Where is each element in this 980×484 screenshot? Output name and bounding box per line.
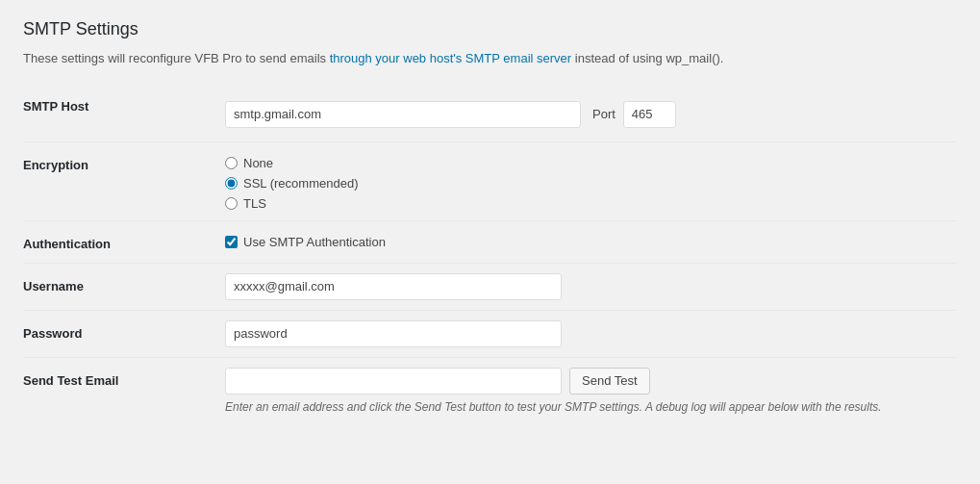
- username-label: Username: [23, 263, 215, 310]
- encryption-tls-option[interactable]: TLS: [225, 196, 947, 211]
- description-link[interactable]: through your web host's SMTP email serve…: [330, 51, 572, 65]
- username-input[interactable]: [225, 273, 562, 300]
- smtp-host-input[interactable]: [225, 101, 581, 128]
- encryption-tls-label: TLS: [243, 196, 266, 211]
- send-test-note: Enter an email address and click the Sen…: [225, 400, 947, 414]
- smtp-host-label: SMTP Host: [23, 88, 215, 142]
- encryption-none-label: None: [243, 156, 273, 170]
- password-row: Password: [23, 310, 957, 357]
- encryption-none-option[interactable]: None: [225, 156, 947, 170]
- encryption-none-radio[interactable]: [225, 157, 238, 169]
- encryption-ssl-radio[interactable]: [225, 177, 238, 190]
- username-row: Username: [23, 263, 957, 310]
- authentication-checkbox-option[interactable]: Use SMTP Authentication: [225, 231, 947, 249]
- send-test-input[interactable]: [225, 368, 562, 395]
- host-port-container: Port: [225, 101, 947, 128]
- encryption-radio-group: None SSL (recommended) TLS: [225, 152, 947, 211]
- encryption-ssl-option[interactable]: SSL (recommended): [225, 176, 947, 191]
- encryption-row: Encryption None SSL (recommended) TLS: [23, 141, 957, 220]
- authentication-checkbox-label: Use SMTP Authentication: [243, 235, 386, 249]
- password-input[interactable]: [225, 320, 562, 347]
- password-label: Password: [23, 310, 215, 357]
- authentication-label: Authentication: [23, 220, 215, 263]
- send-test-row: Send Test Email Send Test Enter an email…: [23, 357, 957, 423]
- send-test-container: Send Test: [225, 368, 947, 395]
- encryption-tls-radio[interactable]: [225, 197, 238, 210]
- smtp-host-row: SMTP Host Port: [23, 88, 957, 142]
- smtp-port-input[interactable]: [623, 101, 676, 128]
- authentication-checkbox[interactable]: [225, 236, 238, 248]
- encryption-label: Encryption: [23, 141, 215, 220]
- encryption-ssl-label: SSL (recommended): [243, 176, 358, 191]
- page-title: SMTP Settings: [23, 19, 957, 39]
- send-test-label: Send Test Email: [23, 357, 215, 423]
- page-description: These settings will reconfigure VFB Pro …: [23, 49, 957, 68]
- authentication-row: Authentication Use SMTP Authentication: [23, 220, 957, 263]
- send-test-button[interactable]: Send Test: [569, 368, 650, 395]
- port-label: Port: [592, 107, 616, 121]
